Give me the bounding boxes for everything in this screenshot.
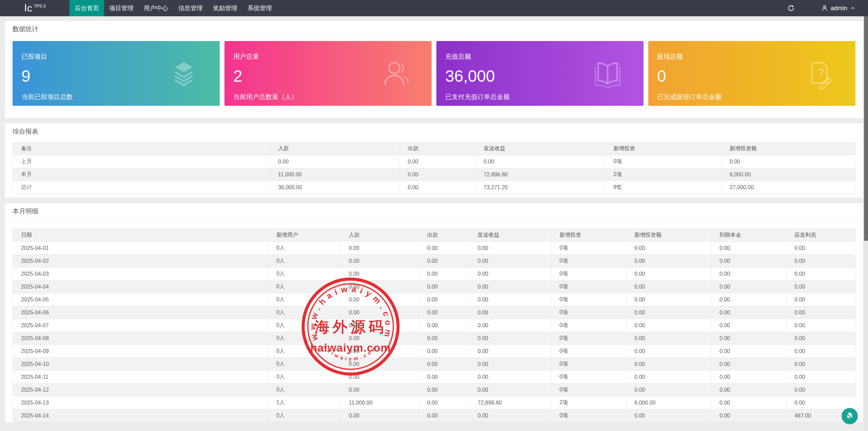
table-cell: 0项 [551,345,626,358]
column-header: 新增投资额 [626,229,711,242]
table-cell: 0.00 [340,255,419,268]
table-cell: 2025-04-11 [13,371,268,384]
column-header: 出款 [419,229,469,242]
table-cell: 0.00 [711,306,786,319]
table-cell: 0.00 [786,332,855,345]
nav-item-4[interactable]: 奖励管理 [208,0,242,16]
column-header: 应发利息 [786,229,855,242]
table-cell: 2025-04-10 [13,358,268,371]
table-cell: 0项 [551,358,626,371]
table-cell: 0.00 [786,293,855,306]
table-cell: 0.00 [419,358,469,371]
table-cell: 0.00 [626,332,711,345]
nav-item-2[interactable]: 用户中心 [139,0,173,16]
table-cell: 0项 [551,332,626,345]
table-cell: 0.00 [419,280,469,293]
column-header: 备注 [13,142,270,155]
table-cell: 0.00 [786,345,855,358]
table-cell: 0.00 [419,384,469,396]
nav-item-0[interactable]: 后台首页 [70,0,104,16]
table-cell: 0项 [551,280,626,293]
table-cell: 0.00 [626,293,711,306]
table-cell: 36,000.00 [270,181,399,194]
table-cell: 0.00 [419,293,469,306]
month-detail-panel: 本月明细 日期新增用户入款出款发送收益新增投资新增投资额到期本金应发利息2025… [5,203,863,422]
card-desc: 已完成提现订单总金额 [657,93,847,101]
column-header: 新增投资 [551,229,626,242]
column-header: 发送收益 [475,142,605,155]
table-cell: 72,896.80 [469,396,551,409]
table-cell: 0.00 [469,293,551,306]
table-cell: 0.00 [340,332,419,345]
table-cell: 0.00 [711,345,786,358]
table-cell: 0人 [268,409,340,422]
column-header: 入款 [270,142,399,155]
table-cell: 0人 [268,371,340,384]
refresh-button[interactable] [782,0,801,16]
table-cell: 0人 [268,268,340,280]
table-cell: 0.00 [340,358,419,371]
table-cell: 0.00 [340,268,419,280]
page-content: 数据统计 已投项目 9 当前已投项目总数 用户总量 2 [0,16,868,422]
table-cell: 0.00 [786,306,855,319]
table-cell: 0.00 [399,155,475,168]
table-cell: 2025-04-02 [13,255,268,268]
table-cell: 0.00 [469,306,551,319]
nav-item-5[interactable]: 系统管理 [242,0,277,16]
nav-item-1[interactable]: 项目管理 [104,0,139,16]
table-cell: 0人 [268,384,340,396]
table-cell: 0.00 [711,280,786,293]
table-row: 2025-04-040人0.000.000.000项0.000.000.00 [13,280,855,293]
card-desc: 当前已投项目总数 [21,93,211,101]
column-header: 发送收益 [469,229,551,242]
username: admin [831,5,847,12]
column-header: 新增用户 [268,229,340,242]
table-cell: 0.00 [711,268,786,280]
table-cell: 0人 [268,293,340,306]
column-header: 新增投资 [605,142,721,155]
table-cell: 0人 [268,280,340,293]
notifications-toggle-button[interactable] [842,408,858,424]
table-cell: 2025-04-14 [13,409,268,422]
stats-panel-title: 数据统计 [5,21,863,37]
table-cell: 0.00 [626,242,711,255]
table-row: 2025-04-030人0.000.000.000项0.000.000.00 [13,268,855,280]
table-cell: 0.00 [469,280,551,293]
chevron-up-icon [850,5,856,11]
stat-card-total-users: 用户总量 2 当前用户总数量（人） [224,41,432,106]
nav-item-3[interactable]: 信息管理 [173,0,208,16]
table-cell: 72,896.80 [475,168,605,181]
column-header: 新增投资额 [721,142,855,155]
stat-cards: 已投项目 9 当前已投项目总数 用户总量 2 当前用户总数量（人） [13,41,855,106]
table-cell: 本月 [13,168,270,181]
table-row: 2025-04-070人0.000.000.000项0.000.000.00 [13,319,855,332]
table-cell: 0项 [551,293,626,306]
table-header-row: 备注入款出款发送收益新增投资新增投资额 [13,142,855,155]
table-cell: 2025-04-09 [13,345,268,358]
table-row: 本月11,000.000.0072,896.802项6,000.00 [13,168,855,181]
table-cell: 0项 [551,255,626,268]
table-cell: 总计 [13,181,270,194]
table-cell: 0.00 [340,306,419,319]
table-cell: 0.00 [340,242,419,255]
detail-panel-title: 本月明细 [5,203,863,219]
table-cell: 0.00 [340,384,419,396]
scrollbar-thumb[interactable] [864,16,868,241]
table-cell: 0.00 [626,255,711,268]
table-cell: 0.00 [786,358,855,371]
table-cell: 0.00 [721,155,855,168]
table-cell: 11,000.00 [340,396,419,409]
table-row: 2025-04-090人0.000.000.000项0.000.000.00 [13,345,855,358]
table-cell: 0人 [268,358,340,371]
table-cell: 0.00 [626,358,711,371]
column-header: 日期 [13,229,268,242]
users-icon [379,57,412,90]
user-menu[interactable]: admin [801,4,859,12]
table-cell: 0.00 [419,306,469,319]
table-cell: 9笔 [605,181,721,194]
table-cell: 0.00 [475,155,605,168]
table-cell: 2025-04-03 [13,268,268,280]
table-row: 2025-04-131人11,000.000.0072,896.802项6,00… [13,396,855,409]
svg-text:?: ? [817,66,825,79]
scrollbar-track[interactable] [864,16,868,431]
